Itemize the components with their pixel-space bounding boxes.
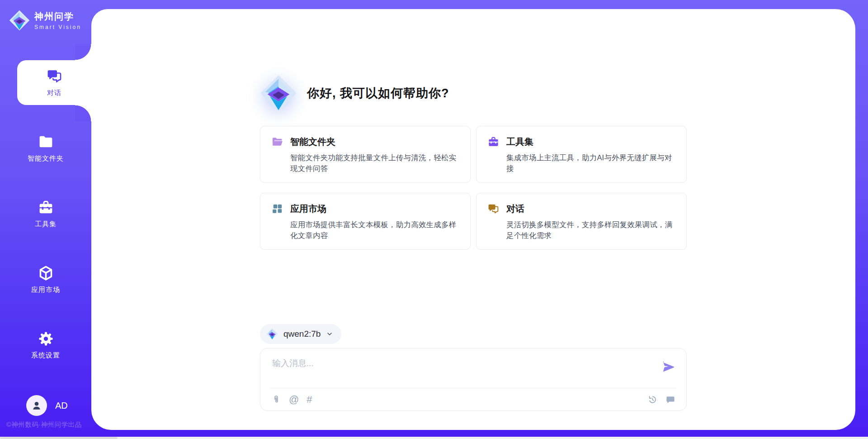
card-chat[interactable]: 对话 灵活切换多模型文件，支持多样回复效果调试，满足个性化需求 <box>476 193 687 250</box>
card-title: 工具集 <box>506 136 533 148</box>
sidebar: 神州问学 Smart Vision 对话 智能文件夹 工具集 <box>0 0 91 439</box>
folder-open-icon <box>271 136 283 148</box>
topic-button[interactable]: # <box>307 394 312 406</box>
sidebar-item-label: 应用市场 <box>31 286 60 294</box>
avatar <box>26 395 47 416</box>
attach-button[interactable] <box>271 395 281 405</box>
user-profile[interactable]: AD <box>26 395 68 416</box>
card-description: 灵活切换多模型文件，支持多样回复效果调试，满足个性化需求 <box>506 219 675 241</box>
scrollbar-thumb[interactable] <box>0 437 118 439</box>
send-button[interactable] <box>662 360 675 374</box>
person-icon <box>30 399 43 412</box>
card-description: 集成市场上主流工具，助力AI与外界无缝扩展与对接 <box>506 152 675 174</box>
card-toolset[interactable]: 工具集 集成市场上主流工具，助力AI与外界无缝扩展与对接 <box>476 126 687 183</box>
greeting-title: 你好, 我可以如何帮助你? <box>307 85 449 101</box>
gem-icon <box>266 328 278 340</box>
model-selector[interactable]: qwen2:7b <box>260 324 341 344</box>
toolbox-icon <box>487 136 500 148</box>
card-title: 应用市场 <box>290 203 326 215</box>
card-smart-folder[interactable]: 智能文件夹 智能文件夹功能支持批量文件上传与清洗，轻松实现文件问答 <box>260 126 471 183</box>
composer: qwen2:7b <box>260 324 687 411</box>
sidebar-item-chat[interactable]: 对话 <box>17 60 91 105</box>
sidebar-item-label: 系统设置 <box>31 351 60 360</box>
brand-logo[interactable]: 神州问学 Smart Vision <box>0 0 91 31</box>
brand-gem-icon <box>9 10 30 31</box>
app-grid-icon <box>271 203 283 215</box>
user-initials: AD <box>55 401 68 411</box>
at-icon: @ <box>289 394 299 406</box>
cube-icon <box>38 265 54 282</box>
greeting-gem-icon <box>260 74 297 113</box>
chat-bubble-icon <box>665 395 675 405</box>
folder-icon <box>38 134 54 150</box>
sidebar-item-label: 智能文件夹 <box>28 154 64 163</box>
card-title: 智能文件夹 <box>290 136 335 148</box>
sidebar-item-smart-folder[interactable]: 智能文件夹 <box>0 126 91 171</box>
sidebar-item-label: 对话 <box>47 89 61 97</box>
sidebar-item-app-market[interactable]: 应用市场 <box>0 257 91 302</box>
sidebar-nav: 对话 智能文件夹 工具集 应用市场 <box>0 60 91 388</box>
hash-icon: # <box>307 394 312 406</box>
paperclip-icon <box>271 395 281 405</box>
gear-icon <box>38 330 54 347</box>
main-panel: 你好, 我可以如何帮助你? 智能文件夹 智能文件夹功能支持批量文件上传与清洗，轻… <box>91 9 855 430</box>
chat-icon <box>46 68 63 85</box>
sidebar-item-settings[interactable]: 系统设置 <box>0 323 91 367</box>
greeting: 你好, 我可以如何帮助你? <box>260 72 687 114</box>
sidebar-item-label: 工具集 <box>35 220 57 229</box>
mention-button[interactable]: @ <box>289 394 299 406</box>
chevron-down-icon <box>326 330 333 338</box>
brand-name: 神州问学 <box>34 10 81 23</box>
card-description: 智能文件夹功能支持批量文件上传与清洗，轻松实现文件问答 <box>290 152 459 174</box>
toolbox-icon <box>38 199 54 216</box>
input-toolbar: @ # <box>271 388 675 411</box>
horizontal-scrollbar[interactable] <box>0 437 868 439</box>
send-icon <box>662 360 675 374</box>
message-input[interactable] <box>272 358 643 386</box>
history-button[interactable] <box>647 395 657 405</box>
message-input-box: @ # <box>260 348 687 411</box>
card-description: 应用市场提供丰富长文本模板，助力高效生成多样化文章内容 <box>290 219 459 241</box>
card-app-market[interactable]: 应用市场 应用市场提供丰富长文本模板，助力高效生成多样化文章内容 <box>260 193 471 250</box>
card-title: 对话 <box>506 203 524 215</box>
chat-bubble-button[interactable] <box>665 395 675 405</box>
history-icon <box>647 395 657 405</box>
feature-cards: 智能文件夹 智能文件夹功能支持批量文件上传与清洗，轻松实现文件问答 工具集 集成… <box>260 126 687 250</box>
brand-subtitle: Smart Vision <box>34 24 81 30</box>
chat-icon <box>487 203 500 215</box>
copyright-text: ©神州数码·神州问学出品 <box>6 420 92 429</box>
model-name: qwen2:7b <box>283 329 321 339</box>
sidebar-item-toolset[interactable]: 工具集 <box>0 191 91 236</box>
